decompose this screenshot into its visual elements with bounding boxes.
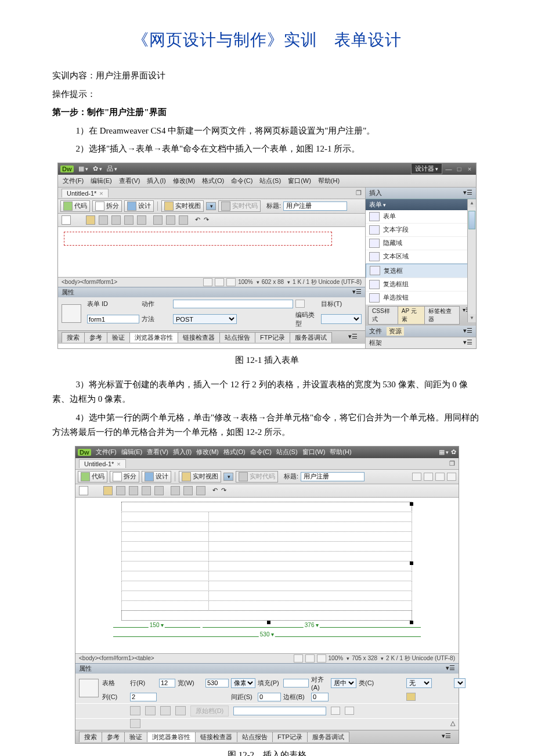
rows-input[interactable] xyxy=(159,679,175,687)
clear-col-w-icon[interactable] xyxy=(130,706,140,715)
table-cell[interactable] xyxy=(121,512,209,522)
gear-icon[interactable]: ✿ xyxy=(93,165,102,172)
design-view-button[interactable]: 设计 xyxy=(142,471,171,483)
tab-server-debug[interactable]: 服务器调试 xyxy=(290,332,332,343)
menu-window[interactable]: 窗口(W) xyxy=(302,448,326,456)
zoom-value[interactable]: 100% xyxy=(329,655,344,661)
table-id-select[interactable] xyxy=(454,678,466,688)
tab-close-icon[interactable]: × xyxy=(117,460,120,467)
size-dropdown-icon[interactable] xyxy=(380,655,384,661)
form-id-input[interactable] xyxy=(87,315,139,323)
properties-expand-icon[interactable]: △ xyxy=(450,719,455,727)
menu-view[interactable]: 查看(V) xyxy=(119,177,140,185)
table-cell[interactable] xyxy=(208,571,412,581)
refresh-icon[interactable] xyxy=(435,473,445,481)
table-cell[interactable] xyxy=(208,551,412,561)
cut-icon[interactable] xyxy=(137,215,146,225)
clear-row-h-icon[interactable] xyxy=(145,706,156,715)
files-panel-menu-icon[interactable]: ▾☰ xyxy=(463,327,472,336)
tab-search[interactable]: 搜索 xyxy=(79,732,102,742)
selection-handle[interactable] xyxy=(410,502,413,506)
document-tab[interactable]: Untitled-1* × xyxy=(79,459,126,468)
cut-icon[interactable] xyxy=(154,486,164,495)
redo-icon[interactable]: ↷ xyxy=(204,216,209,224)
cellspace-input[interactable] xyxy=(258,693,281,701)
original-file-input[interactable] xyxy=(233,707,326,715)
live-view-dropdown[interactable] xyxy=(223,473,233,481)
live-view-dropdown[interactable] xyxy=(206,202,216,210)
redo-icon[interactable]: ↷ xyxy=(221,487,226,494)
close-icon[interactable]: × xyxy=(466,165,474,172)
tab-browser-compat[interactable]: 浏览器兼容性 xyxy=(147,732,196,742)
table-cell[interactable] xyxy=(208,512,412,522)
tab-assets[interactable]: 资源 xyxy=(387,327,404,336)
tab-restore-icon[interactable]: ❐ xyxy=(449,460,455,467)
width-unit-select[interactable]: 像素 xyxy=(231,678,255,688)
quick-edit-icon[interactable] xyxy=(406,693,416,701)
browse-folder-icon[interactable] xyxy=(345,707,354,715)
menu-view[interactable]: 查看(V) xyxy=(147,448,168,456)
size-dropdown-icon[interactable] xyxy=(286,279,290,285)
pointer-icon[interactable] xyxy=(203,278,212,286)
table-cell[interactable] xyxy=(121,502,412,512)
table-cell[interactable] xyxy=(208,600,412,611)
menu-edit[interactable]: 编辑(E) xyxy=(121,448,143,456)
tab-ftp-log[interactable]: FTP记录 xyxy=(272,732,308,742)
design-canvas[interactable]: 150 ▾ 376 ▾ 530 ▾ xyxy=(75,498,459,653)
paste-icon[interactable] xyxy=(166,215,175,225)
menu-file[interactable]: 文件(F) xyxy=(96,448,117,456)
maximize-icon[interactable]: □ xyxy=(455,165,463,172)
save-all-icon[interactable] xyxy=(129,486,138,495)
tab-search[interactable]: 搜索 xyxy=(62,332,85,343)
tab-server-debug[interactable]: 服务器调试 xyxy=(307,732,349,742)
gear-icon[interactable]: ✿ xyxy=(451,448,456,456)
zoom-icon[interactable] xyxy=(226,278,236,286)
results-collapse-icon[interactable]: ▾☰ xyxy=(344,332,362,343)
page-title-input[interactable] xyxy=(301,472,365,481)
scroll-down-icon[interactable]: ▼ xyxy=(468,314,476,322)
method-select[interactable]: POST xyxy=(173,314,237,324)
misc-table-icon[interactable] xyxy=(130,719,140,728)
action-input[interactable] xyxy=(173,300,293,308)
table-cell[interactable] xyxy=(208,591,412,601)
print-icon[interactable] xyxy=(142,486,151,495)
live-view-button[interactable]: 实时视图 xyxy=(161,200,204,212)
copy-icon[interactable] xyxy=(153,215,163,225)
tag-path[interactable]: <body><form#form1> xyxy=(62,279,117,285)
properties-collapse-icon[interactable]: ▾☰ xyxy=(352,288,362,297)
insert-scrollbar[interactable]: ▲ ▼ xyxy=(467,199,476,322)
save-icon[interactable] xyxy=(99,215,108,225)
save-all-icon[interactable] xyxy=(111,215,121,225)
border-input[interactable] xyxy=(311,693,329,701)
frames-menu-icon[interactable]: ▾☰ xyxy=(463,339,472,346)
undo-icon[interactable]: ↶ xyxy=(195,216,200,224)
tab-css[interactable]: CSS样式 xyxy=(368,306,398,325)
split-view-button[interactable]: 拆分 xyxy=(110,471,139,483)
width-input[interactable] xyxy=(205,679,229,687)
document-tab[interactable]: Untitled-1* × xyxy=(62,189,109,197)
pointer-icon[interactable] xyxy=(294,654,303,663)
convert-px-icon[interactable] xyxy=(160,706,171,715)
table-cell[interactable] xyxy=(208,581,412,591)
insert-item-checkbox-group[interactable]: 复选框组 xyxy=(366,278,476,291)
enctype-select[interactable] xyxy=(321,314,362,324)
print-icon[interactable] xyxy=(124,215,134,225)
table-cell[interactable] xyxy=(121,571,209,581)
tab-files[interactable]: 文件 xyxy=(369,327,382,336)
clipboard-icon[interactable] xyxy=(196,486,205,495)
insert-item-textfield[interactable]: 文本字段 xyxy=(366,224,476,237)
tab-ap[interactable]: AP 元素 xyxy=(398,306,425,325)
hand-icon[interactable] xyxy=(305,654,315,663)
insert-item-radio[interactable]: 单选按钮 xyxy=(366,291,476,305)
table-cell[interactable] xyxy=(121,541,209,552)
tab-validate[interactable]: 验证 xyxy=(124,732,147,742)
table-cell[interactable] xyxy=(208,541,412,552)
tab-site-reports[interactable]: 站点报告 xyxy=(237,732,273,742)
cols-input[interactable] xyxy=(130,693,157,701)
table-cell[interactable] xyxy=(208,531,412,542)
menu-window[interactable]: 窗口(W) xyxy=(288,177,311,185)
tab-browser-compat[interactable]: 浏览器兼容性 xyxy=(129,332,178,343)
new-icon[interactable] xyxy=(79,486,88,495)
table-cell[interactable] xyxy=(208,561,412,571)
menu-format[interactable]: 格式(O) xyxy=(223,448,246,456)
